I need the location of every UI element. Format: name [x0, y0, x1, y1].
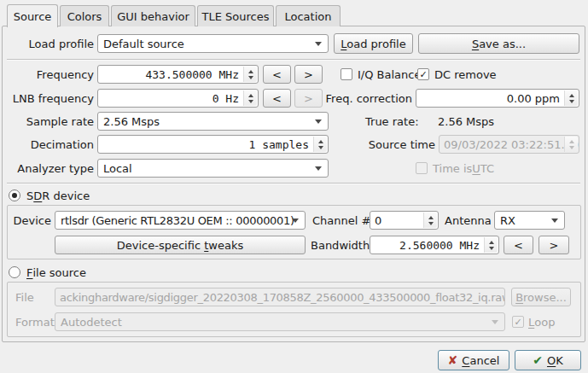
iq-balance-checkbox[interactable] [341, 68, 352, 80]
tab-colors-label: Colors [67, 10, 102, 23]
ok-button[interactable]: ✔ OK [515, 350, 581, 370]
channel-spinbox[interactable]: 0 [370, 211, 439, 230]
device-combobox[interactable]: rtlsdr (Generic RTL2832U OEM :: 00000001… [55, 211, 306, 230]
tab-colors[interactable]: Colors [60, 5, 109, 26]
frequency-spinner[interactable] [243, 67, 257, 82]
device-tweaks-button-label: Device-specific tweaks [117, 239, 243, 252]
device-tweaks-button[interactable]: Device-specific tweaks [55, 236, 306, 254]
time-is-utc-checkbox [416, 162, 428, 174]
tab-tle-sources[interactable]: TLE Sources [197, 5, 274, 26]
frequency-spinbox[interactable]: 433.500000 MHz [97, 65, 259, 84]
spin-down-icon[interactable] [248, 76, 253, 79]
antenna-combobox[interactable]: RX [494, 211, 565, 230]
file-source-radio-label[interactable]: File source [26, 265, 86, 280]
step-down-label: < [272, 68, 282, 81]
separator-highlight [7, 60, 580, 61]
loop-checkbox: ✓ [512, 316, 524, 328]
tab-source[interactable]: Source [7, 4, 58, 27]
spin-up-icon[interactable] [428, 216, 434, 219]
cancel-button-label: Cancel [462, 354, 499, 367]
frequency-value[interactable]: 433.500000 MHz [98, 68, 258, 81]
spin-up-icon[interactable] [248, 94, 253, 97]
analyzer-type-value: Local [98, 162, 328, 175]
source-time-label: Source time [362, 135, 435, 154]
antenna-label: Antenna [445, 211, 492, 230]
bandwidth-label: Bandwidth [311, 236, 370, 254]
bandwidth-step-up-button[interactable]: > [539, 236, 569, 254]
bandwidth-spinbox[interactable]: 2.560000 MHz [370, 236, 499, 254]
frequency-label: Frequency [7, 65, 94, 84]
tab-gui-behavior[interactable]: GUI behavior [111, 5, 195, 26]
save-as-button-label: Save as... [472, 38, 526, 50]
check-icon: ✓ [419, 70, 427, 79]
tab-location[interactable]: Location [276, 5, 341, 26]
step-down-label: < [272, 92, 282, 105]
load-profile-label: Load profile [7, 33, 94, 54]
profile-combobox[interactable]: Default source [97, 34, 329, 53]
channel-spinner[interactable] [423, 213, 437, 228]
sample-rate-combobox[interactable]: 2.56 Msps [97, 112, 329, 131]
time-is-utc-label: Time is UTC [433, 159, 494, 178]
file-path-value: ackinghardware/sigdigger_20220308_170858… [55, 291, 504, 304]
spin-up-icon[interactable] [489, 241, 494, 244]
chevron-down-icon [551, 219, 558, 223]
save-as-button[interactable]: Save as... [418, 33, 579, 54]
chevron-down-icon [315, 42, 322, 46]
step-up-label: > [304, 92, 313, 105]
iq-balance-label: I/Q Balance [358, 65, 421, 84]
chevron-down-icon [315, 119, 322, 124]
format-combobox: Autodetect [55, 312, 505, 331]
spin-down-icon[interactable] [318, 146, 323, 149]
bandwidth-value[interactable]: 2.560000 MHz [370, 239, 498, 252]
sdr-device-radio-label[interactable]: SDR device [26, 188, 90, 203]
cancel-button[interactable]: ✘ Cancel [438, 350, 509, 370]
decimation-label: Decimation [7, 135, 94, 154]
decimation-value[interactable]: 1 samples [98, 138, 328, 151]
step-up-label: > [550, 239, 559, 252]
frequency-step-up-button[interactable]: > [294, 65, 323, 84]
load-profile-button-label: Load profile [341, 38, 405, 50]
format-value: Autodetect [55, 316, 504, 329]
chevron-down-icon [315, 166, 322, 171]
tab-tle-sources-label: TLE Sources [202, 10, 270, 23]
cancel-x-icon: ✘ [448, 353, 458, 367]
ok-button-label: OK [547, 354, 563, 367]
separator-highlight [7, 184, 580, 184]
sdr-device-radio[interactable] [9, 189, 20, 201]
format-label: Format [15, 312, 55, 331]
step-down-label: < [514, 239, 523, 252]
tab-source-label: Source [14, 10, 52, 23]
spin-down-icon [569, 146, 574, 149]
step-up-label: > [304, 68, 313, 81]
channel-label: Channel # [312, 211, 370, 230]
bandwidth-step-down-button[interactable]: < [504, 236, 533, 254]
lnb-spinner[interactable] [243, 90, 257, 106]
spin-down-icon[interactable] [569, 100, 574, 103]
true-rate-label: True rate: [365, 112, 419, 131]
decimation-spinbox[interactable]: 1 samples [97, 135, 329, 154]
bandwidth-spinner[interactable] [484, 237, 498, 253]
freq-correction-value[interactable]: 0.00 ppm [416, 92, 579, 105]
spin-up-icon[interactable] [569, 94, 574, 97]
lnb-frequency-value[interactable]: 0 Hz [98, 92, 258, 105]
freq-correction-spinbox[interactable]: 0.00 ppm [416, 89, 579, 108]
spin-up-icon[interactable] [318, 140, 323, 143]
dc-remove-checkbox[interactable]: ✓ [417, 68, 429, 80]
analyzer-type-combobox[interactable]: Local [97, 159, 329, 178]
load-profile-button[interactable]: Load profile [334, 33, 413, 54]
check-icon: ✓ [514, 318, 521, 327]
frequency-step-down-button[interactable]: < [263, 65, 291, 84]
spin-up-icon[interactable] [248, 70, 253, 73]
freq-correction-spinner[interactable] [564, 90, 578, 106]
spin-down-icon[interactable] [489, 247, 494, 250]
lnb-frequency-spinbox[interactable]: 0 Hz [97, 89, 259, 108]
decimation-spinner[interactable] [313, 137, 327, 152]
source-time-spinner [564, 137, 578, 152]
file-source-radio[interactable] [9, 266, 20, 278]
spin-down-icon[interactable] [428, 222, 434, 225]
dc-remove-label: DC remove [434, 65, 497, 84]
lnb-step-down-button[interactable]: < [263, 89, 291, 108]
sample-rate-label: Sample rate [7, 112, 94, 131]
spin-down-icon[interactable] [248, 100, 253, 103]
analyzer-type-label: Analyzer type [7, 159, 94, 178]
